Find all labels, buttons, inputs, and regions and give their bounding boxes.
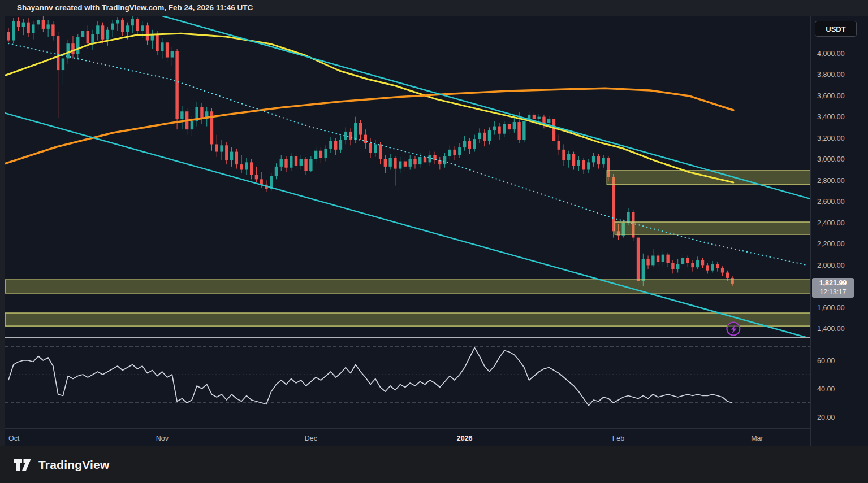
time-tick-label[interactable]: Nov: [156, 434, 169, 442]
price-tick-label: 3,600.00: [817, 92, 845, 100]
price-tick-label: 2,200.00: [817, 240, 845, 248]
rsi-tick-label: 20.00: [817, 414, 835, 421]
watermark-attribution: Shayannv created with TradingView.com, F…: [0, 0, 868, 16]
resistance-zone-2400: [615, 222, 813, 234]
tradingview-chart-screenshot: Shayannv created with TradingView.com, F…: [0, 0, 868, 483]
time-tick-label[interactable]: Oct: [8, 434, 20, 442]
price-tick-label: 2,000.00: [817, 262, 845, 269]
rsi-tick-label: 40.00: [817, 385, 835, 393]
chart-area: 4,000.003,800.003,600.003,400.003,200.00…: [0, 16, 868, 446]
price-tick-label: 1,600.00: [817, 304, 845, 312]
tradingview-logo-icon: [14, 456, 33, 473]
price-tick-label: 4,000.00: [817, 50, 845, 58]
price-tick-label: 3,800.00: [817, 71, 845, 79]
footer-bar: TradingView: [0, 446, 868, 483]
last-price-badge: 1,821.99 12:13:17: [812, 278, 854, 298]
price-tick-label: 3,200.00: [817, 134, 845, 142]
price-tick-label: 2,600.00: [817, 198, 845, 206]
tradingview-logo-text: TradingView: [38, 458, 110, 472]
time-tick-label[interactable]: 2026: [457, 434, 473, 442]
price-tick-label: 1,400.00: [817, 325, 845, 333]
price-tick-label: 2,400.00: [817, 219, 845, 227]
time-tick-label[interactable]: Mar: [751, 434, 763, 442]
tradingview-logo[interactable]: TradingView: [14, 456, 110, 473]
time-tick-label[interactable]: Feb: [612, 434, 625, 442]
quote-currency-chip[interactable]: USDT: [815, 21, 857, 37]
last-price-value: 1,821.99: [812, 279, 854, 288]
time-tick-label[interactable]: Dec: [305, 434, 317, 442]
price-and-rsi-chart[interactable]: 4,000.003,800.003,600.003,400.003,200.00…: [0, 16, 868, 446]
price-tick-label: 3,000.00: [817, 155, 845, 163]
flash-marker[interactable]: [727, 322, 740, 335]
price-tick-label: 3,400.00: [817, 113, 845, 121]
rsi-tick-label: 60.00: [817, 357, 835, 365]
price-tick-label: 2,800.00: [817, 177, 845, 185]
bar-countdown: 12:13:17: [812, 288, 854, 297]
support-zone-1450: [5, 313, 813, 326]
left-frame-edge: [0, 16, 5, 446]
support-zone-1800: [5, 280, 813, 293]
